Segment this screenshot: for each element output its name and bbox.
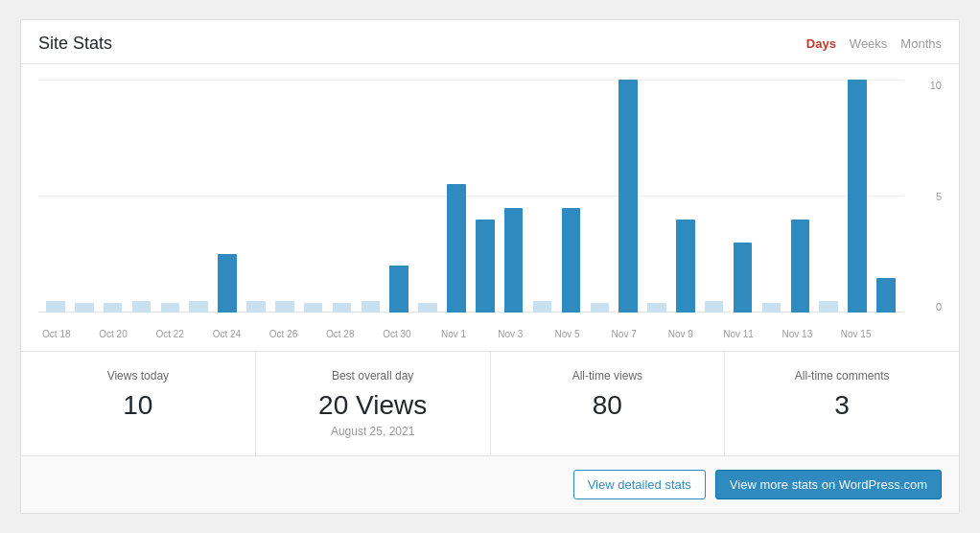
x-label: Nov 11 xyxy=(723,329,754,339)
bar[interactable] xyxy=(562,208,581,313)
x-label-group: Nov 13 xyxy=(782,324,813,341)
stat-best-day: Best overall day 20 Views August 25, 202… xyxy=(256,352,491,455)
bar-group xyxy=(414,80,441,313)
bar[interactable] xyxy=(533,301,552,313)
bar[interactable] xyxy=(705,301,724,313)
bar[interactable] xyxy=(618,80,638,313)
x-label: Oct 28 xyxy=(326,329,354,339)
stat-alltime-views-label: All-time views xyxy=(510,369,706,382)
bar[interactable] xyxy=(189,301,208,313)
x-label: Nov 5 xyxy=(554,329,579,339)
stat-best-day-value: 20 Views xyxy=(275,390,471,421)
bar-group xyxy=(128,80,155,313)
bar[interactable] xyxy=(447,184,466,313)
stat-alltime-comments-value: 3 xyxy=(744,390,940,421)
bar-group xyxy=(643,80,670,313)
bar-group xyxy=(529,80,556,313)
x-label-group: Oct 28 xyxy=(326,324,355,341)
view-wordpress-stats-button[interactable]: View more stats on WordPress.com xyxy=(715,470,942,499)
x-label: Oct 18 xyxy=(42,329,70,339)
bar-group xyxy=(501,80,527,313)
x-label: Oct 22 xyxy=(155,329,183,339)
bar-group xyxy=(472,80,499,313)
bar[interactable] xyxy=(304,303,323,313)
bar-group xyxy=(271,80,298,313)
bar-group xyxy=(185,80,212,313)
bar-group xyxy=(586,80,613,313)
bar[interactable] xyxy=(676,220,695,313)
y-label-10: 10 xyxy=(930,80,942,91)
bar[interactable] xyxy=(418,303,437,313)
x-label: Nov 1 xyxy=(441,329,466,339)
x-label-group: Nov 15 xyxy=(841,324,872,341)
bars-container xyxy=(38,80,903,313)
bar-group xyxy=(385,80,412,313)
bar[interactable] xyxy=(333,303,352,313)
bar[interactable] xyxy=(876,278,896,313)
bar-group xyxy=(873,80,899,313)
x-label-group: Nov 11 xyxy=(723,324,754,341)
bar-group xyxy=(156,80,183,313)
stat-alltime-comments: All-time comments 3 xyxy=(725,352,959,455)
bar[interactable] xyxy=(275,301,294,313)
stat-alltime-views: All-time views 80 xyxy=(491,352,726,455)
x-label: Oct 30 xyxy=(383,329,410,339)
footer-row: View detailed stats View more stats on W… xyxy=(21,455,959,513)
y-label-5: 5 xyxy=(936,191,942,202)
bar[interactable] xyxy=(246,301,266,313)
bar[interactable] xyxy=(476,220,495,313)
bar[interactable] xyxy=(46,301,65,313)
x-label-group: Oct 30 xyxy=(383,324,411,341)
stat-best-day-sub: August 25, 2021 xyxy=(275,425,471,438)
x-axis-labels: Oct 18Oct 20Oct 22Oct 24Oct 26Oct 28Oct … xyxy=(38,314,903,341)
stats-row: Views today 10 Best overall day 20 Views… xyxy=(21,351,959,455)
stat-views-today-value: 10 xyxy=(40,390,236,421)
bar-group xyxy=(672,80,699,313)
bar[interactable] xyxy=(362,301,381,313)
x-label-group: Oct 20 xyxy=(99,324,128,341)
x-label-group: Nov 3 xyxy=(497,324,525,341)
bar[interactable] xyxy=(132,301,152,313)
bar[interactable] xyxy=(647,303,666,313)
chart-section: 10 5 0 Oct 18Oct 20Oct 22Oct 24Oct 26Oct… xyxy=(21,63,959,351)
bar-group xyxy=(730,80,757,313)
bar-group xyxy=(357,80,384,313)
tab-months[interactable]: Months xyxy=(900,36,942,51)
y-label-0: 0 xyxy=(936,301,942,313)
bar-group xyxy=(214,80,241,313)
x-label: Oct 24 xyxy=(213,329,241,339)
x-label: Nov 9 xyxy=(668,329,693,339)
bar[interactable] xyxy=(734,243,753,313)
bar[interactable] xyxy=(848,80,867,313)
bar-group xyxy=(844,80,871,313)
x-label-group: Nov 9 xyxy=(666,324,695,341)
bar[interactable] xyxy=(389,266,408,313)
site-stats-container: Site Stats Days Weeks Months 10 5 0 xyxy=(20,19,960,514)
tab-days[interactable]: Days xyxy=(806,36,836,51)
bar[interactable] xyxy=(591,303,610,313)
bar[interactable] xyxy=(791,220,810,313)
stat-best-day-label: Best overall day xyxy=(275,369,471,382)
bar[interactable] xyxy=(104,303,123,313)
bar-group xyxy=(71,80,98,313)
bar[interactable] xyxy=(504,208,524,313)
bar[interactable] xyxy=(75,303,94,313)
x-label: Nov 13 xyxy=(782,329,813,339)
stat-alltime-views-value: 80 xyxy=(510,390,706,421)
x-label-group: Nov 1 xyxy=(439,324,468,341)
bar[interactable] xyxy=(218,254,237,313)
view-detailed-stats-button[interactable]: View detailed stats xyxy=(573,470,706,499)
x-label: Nov 3 xyxy=(498,329,523,339)
x-label-group: Oct 26 xyxy=(269,324,298,341)
bar-group xyxy=(615,80,642,313)
bar-group xyxy=(100,80,127,313)
bar[interactable] xyxy=(819,301,838,313)
page-title: Site Stats xyxy=(38,34,112,54)
x-label: Nov 15 xyxy=(841,329,872,339)
x-label-group: Oct 24 xyxy=(213,324,242,341)
period-tabs: Days Weeks Months xyxy=(806,36,942,51)
bar[interactable] xyxy=(762,303,782,313)
chart-area: 10 5 0 Oct 18Oct 20Oct 22Oct 24Oct 26Oct… xyxy=(38,80,942,341)
tab-weeks[interactable]: Weeks xyxy=(850,36,888,51)
bar[interactable] xyxy=(161,303,180,313)
